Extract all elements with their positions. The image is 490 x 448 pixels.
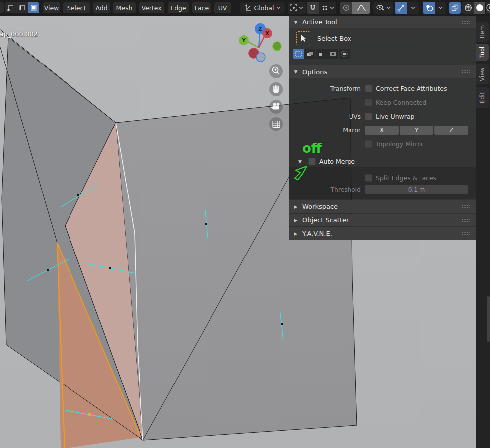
mirror-x-button[interactable]: X — [365, 126, 399, 135]
mirror-z-button[interactable]: Z — [434, 126, 468, 135]
pivot-point-dropdown[interactable] — [288, 2, 306, 14]
object-scatter-title: Object Scatter — [302, 216, 349, 224]
orientation-axes-icon — [245, 4, 252, 11]
select-mode-extend-button[interactable] — [304, 49, 315, 59]
shading-material-button[interactable] — [486, 2, 490, 14]
snap-toggle[interactable] — [307, 2, 319, 14]
threshold-label: Threshold — [289, 186, 365, 193]
split-edges-checkbox[interactable] — [365, 174, 372, 182]
proportional-falloff-dropdown[interactable] — [352, 2, 370, 14]
grid-button[interactable] — [269, 117, 283, 131]
panel-grip-icon[interactable] — [461, 20, 470, 24]
zoom-button[interactable] — [269, 64, 283, 78]
show-gizmo-toggle[interactable] — [395, 2, 407, 14]
split-edges-label[interactable]: Split Edges & Faces — [376, 174, 436, 182]
correct-face-attributes-label[interactable]: Correct Face Attributes — [376, 85, 447, 92]
topology-mirror-label[interactable]: Topology Mirror — [376, 140, 423, 148]
vertex-select-mode-button[interactable] — [5, 2, 16, 13]
object-scatter-panel-header[interactable]: ▶ Object Scatter — [289, 214, 476, 226]
shading-solid-button[interactable] — [474, 2, 485, 14]
select-set-icon — [295, 51, 302, 57]
select-mode-option-group — [293, 49, 350, 59]
panel-grip-icon[interactable] — [461, 232, 470, 236]
gizmo-dropdown[interactable] — [407, 2, 419, 14]
pan-button[interactable] — [269, 82, 283, 96]
gizmo-axis-z-neg[interactable] — [256, 53, 265, 62]
gizmo-axis-y-neg[interactable] — [273, 42, 281, 51]
menu-vertex[interactable]: Vertex — [139, 2, 164, 13]
menu-add[interactable]: Add — [93, 2, 110, 13]
keep-connected-checkbox[interactable] — [365, 99, 372, 106]
camera-button[interactable] — [269, 100, 283, 114]
workspace-panel-header[interactable]: ▶ Workspace — [289, 200, 476, 213]
tab-tool[interactable]: Tool — [476, 44, 489, 61]
face-select-mode-button[interactable] — [28, 2, 39, 13]
snap-target-dropdown[interactable] — [319, 2, 336, 14]
select-box-tool-button[interactable] — [296, 31, 310, 45]
panel-grip-icon[interactable] — [461, 70, 470, 74]
options-title: Options — [302, 68, 327, 76]
select-mode-subtract-button[interactable] — [316, 49, 327, 59]
select-mode-intersect-button[interactable] — [339, 49, 350, 59]
mirror-y-button[interactable]: Y — [400, 126, 433, 135]
select-mode-invert-button[interactable] — [327, 49, 338, 59]
yavne-title: Y.A.V.N.E. — [302, 230, 332, 237]
subpanel-expand-icon[interactable]: ▼ — [298, 159, 305, 164]
overlays-dropdown[interactable] — [435, 2, 446, 14]
tab-item[interactable]: Item — [476, 22, 489, 42]
material-sphere-icon — [486, 4, 490, 12]
transform-orientation-dropdown[interactable]: Global — [240, 2, 285, 14]
show-overlays-toggle[interactable] — [423, 2, 435, 14]
edge-select-mode-button[interactable] — [16, 2, 28, 13]
panel-collapsed-icon: ▶ — [289, 218, 302, 223]
select-mode-group — [5, 2, 39, 13]
mirror-label: Mirror — [289, 127, 365, 134]
auto-merge-label[interactable]: Auto Merge — [319, 158, 355, 165]
chevron-down-icon — [330, 6, 334, 9]
keep-connected-label[interactable]: Keep Connected — [376, 99, 426, 106]
menu-uv[interactable]: UV — [214, 2, 231, 13]
sidebar-scrollbar[interactable] — [487, 296, 490, 342]
threshold-value: 0.1 m — [408, 186, 425, 193]
chevron-down-icon — [411, 6, 415, 9]
live-unwrap-checkbox[interactable] — [365, 113, 372, 120]
visibility-dropdown[interactable] — [373, 2, 393, 14]
mirror-axis-group: X Y Z — [365, 126, 468, 135]
panel-collapsed-icon: ▶ — [289, 231, 302, 236]
options-panel-header[interactable]: ▼ Options — [289, 65, 476, 78]
select-mode-set-button[interactable] — [293, 49, 304, 59]
wireframe-sphere-icon — [464, 4, 472, 12]
cursor-arrow-icon — [299, 34, 307, 43]
split-edges-row: Split Edges & Faces — [289, 174, 476, 182]
tab-view[interactable]: View — [476, 64, 489, 84]
blender-window: Z X Y — [0, 0, 490, 448]
panel-grip-icon[interactable] — [461, 218, 470, 222]
active-tool-title: Active Tool — [302, 18, 337, 26]
auto-merge-subpanel-background — [289, 167, 476, 199]
topology-mirror-checkbox[interactable] — [365, 140, 372, 148]
live-unwrap-label[interactable]: Live Unwrap — [376, 113, 415, 120]
tab-edit[interactable]: Edit — [476, 87, 489, 108]
proportional-editing-toggle[interactable] — [340, 2, 352, 14]
active-face-center-dot — [88, 413, 91, 416]
menu-select[interactable]: Select — [63, 2, 90, 13]
overlays-icon — [425, 4, 433, 12]
toggle-xray-button[interactable] — [449, 2, 461, 14]
magnet-icon — [309, 4, 316, 11]
mirror-row: Mirror X Y Z — [289, 126, 476, 135]
shading-wireframe-button[interactable] — [462, 2, 474, 14]
threshold-slider[interactable]: 0.1 m — [365, 185, 468, 194]
panel-grip-icon[interactable] — [461, 205, 470, 209]
active-tool-panel-header[interactable]: ▼ Active Tool — [289, 16, 476, 28]
solid-sphere-icon — [476, 4, 484, 12]
menu-edge[interactable]: Edge — [168, 2, 189, 13]
correct-face-attributes-checkbox[interactable] — [365, 85, 372, 92]
gizmo-label-x: X — [265, 31, 269, 36]
menu-view[interactable]: View — [43, 2, 60, 13]
menu-face[interactable]: Face — [192, 2, 211, 13]
select-extend-icon — [307, 51, 313, 57]
menu-mesh[interactable]: Mesh — [113, 2, 136, 13]
mode-dropdown-clipped[interactable] — [0, 2, 4, 13]
transform-label: Transform — [289, 85, 365, 92]
yavne-panel-header[interactable]: ▶ Y.A.V.N.E. — [289, 227, 476, 240]
